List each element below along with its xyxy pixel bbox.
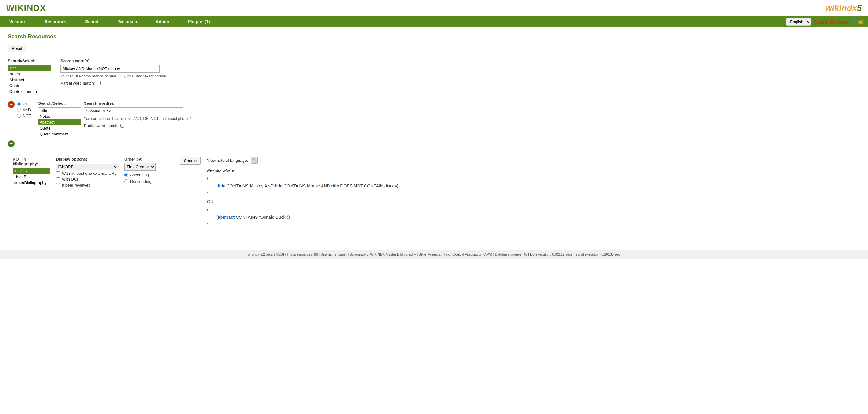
- boolean-and-label: AND: [23, 108, 31, 112]
- not-bib-listbox[interactable]: IGNORE User Bib superBibliography: [13, 168, 50, 193]
- partial-match-checkbox-2[interactable]: [120, 124, 124, 128]
- remove-search-row-button[interactable]: −: [8, 101, 14, 108]
- boolean-and-radio[interactable]: [17, 108, 21, 112]
- search-words-col-1: Search word(s): You can use combinations…: [60, 59, 860, 86]
- natural-language-header: View natural language: 🔍: [207, 157, 855, 164]
- display-url-label: With at least one external URL: [62, 171, 117, 176]
- help-icon[interactable]: ?: [852, 19, 855, 25]
- add-search-row-button[interactable]: +: [8, 140, 14, 147]
- footer-wikindx-link[interactable]: wikindx: [248, 253, 259, 256]
- nav-item-search[interactable]: Search: [76, 16, 109, 27]
- nl-results-where: Results where: [207, 167, 855, 174]
- logo5-green: 5: [857, 3, 862, 13]
- order-descending-radio[interactable]: [124, 179, 128, 183]
- field-listbox-2[interactable]: Title Notes Abstract Quote Quote comment: [38, 107, 82, 137]
- wikindx5-logo: wikindx5: [825, 3, 862, 13]
- nl-open-paren-2: (: [207, 206, 855, 213]
- partial-match-checkbox-1[interactable]: [97, 81, 101, 85]
- display-url-checkbox[interactable]: [56, 171, 60, 175]
- search-input-2[interactable]: [84, 107, 183, 115]
- boolean-not-radio[interactable]: [17, 114, 21, 118]
- nl-close-paren-1: ): [207, 190, 855, 198]
- order-descending-option: Descending: [124, 179, 174, 184]
- nav-item-admin[interactable]: Admin: [147, 16, 179, 27]
- main-content: Search Resources Reset Search/Select: Ti…: [0, 27, 868, 240]
- partial-match-label-1: Partial word match:: [60, 81, 95, 86]
- order-by-col: Order by: First Creator Title Year Publi…: [124, 157, 174, 184]
- boolean-not-label: NOT: [23, 113, 31, 118]
- search-select-col-1: Search/Select: Title Notes Abstract Quot…: [8, 59, 51, 95]
- search-select-label-2: Search/Select:: [38, 101, 82, 106]
- partial-match-1: Partial word match:: [60, 81, 860, 86]
- search-words-label-1: Search word(s):: [60, 59, 860, 63]
- boolean-or-option: OR: [17, 101, 36, 106]
- footer: wikindx 5.2.beta 1 ©2017 | Total resourc…: [0, 250, 868, 259]
- magnifier-icon[interactable]: 🔍: [251, 157, 258, 164]
- display-option-url: With at least one external URL: [56, 171, 118, 176]
- header-right: wikindx5: [825, 3, 862, 13]
- display-doi-checkbox[interactable]: [56, 177, 60, 181]
- nav-right: English Sound Explorer ? ▣: [786, 18, 868, 26]
- order-select-container: First Creator Title Year Publisher: [124, 163, 174, 171]
- nav-item-wikindx[interactable]: Wikindx: [0, 16, 35, 27]
- logo5-orange: wikindx: [825, 3, 857, 13]
- nl-open-paren-1: (: [207, 174, 855, 182]
- header: WIKINDX wikindx5: [0, 0, 868, 16]
- view-natural-lang-label: View natural language:: [207, 158, 248, 163]
- search-input-1[interactable]: [60, 65, 159, 72]
- app-logo: WIKINDX: [6, 3, 46, 13]
- display-option-peer: If peer reviewed: [56, 183, 118, 187]
- boolean-col: OR AND NOT: [17, 101, 36, 118]
- sound-explorer-link[interactable]: Sound Explorer: [814, 19, 849, 25]
- search-hint-1: You can use combinations of: AND, OR, NO…: [60, 74, 860, 79]
- partial-match-label-2: Partial word match:: [84, 123, 118, 128]
- not-bib-label: NOT in bibliography:: [13, 157, 50, 166]
- display-options-col: Display options: IGNORE With at least on…: [56, 157, 118, 187]
- order-descending-label: Descending: [130, 179, 152, 184]
- display-option-doi: With DOI: [56, 177, 118, 182]
- nl-or: OR: [207, 198, 855, 206]
- order-by-label: Order by:: [124, 157, 174, 161]
- display-peer-label: If peer reviewed: [62, 183, 91, 187]
- search-btn-wrapper: Search: [180, 157, 201, 165]
- search-button[interactable]: Search: [180, 157, 201, 165]
- search-hint-2: You can use combinations of: AND, OR, NO…: [84, 117, 192, 121]
- main-nav: Wikindx Resources Search Metadata Admin …: [0, 16, 868, 27]
- boolean-not-option: NOT: [17, 113, 36, 118]
- order-ascending-radio[interactable]: [124, 173, 128, 177]
- nav-item-plugins[interactable]: Plugins (1): [179, 16, 219, 27]
- search-row-2-wrapper: − OR AND NOT Search/Select: Title Notes …: [8, 101, 860, 137]
- bottom-section: NOT in bibliography: IGNORE User Bib sup…: [8, 152, 860, 234]
- search-select-col-2: Search/Select: Title Notes Abstract Quot…: [38, 101, 82, 137]
- nav-item-metadata[interactable]: Metadata: [109, 16, 147, 27]
- natural-language-content: Results where ( (title CONTAINS Mickey A…: [207, 167, 855, 229]
- reset-button[interactable]: Reset: [8, 45, 26, 52]
- nl-line-1: (title CONTAINS Mickey AND title CONTAIN…: [207, 182, 855, 190]
- footer-text: wikindx 5.2.beta 1 ©2017 | Total resourc…: [248, 253, 620, 256]
- nl-close-paren-2: ): [207, 221, 855, 229]
- boolean-and-option: AND: [17, 108, 36, 112]
- boolean-or-radio[interactable]: [17, 102, 21, 106]
- search-words-label-2: Search word(s):: [84, 101, 192, 106]
- display-ignore-select[interactable]: IGNORE: [56, 164, 118, 170]
- boolean-or-label: OR: [23, 101, 29, 106]
- order-select[interactable]: First Creator Title Year Publisher: [124, 163, 156, 171]
- search-words-col-2: Search word(s): You can use combinations…: [84, 101, 192, 128]
- order-ascending-option: Ascending: [124, 173, 174, 177]
- display-peer-checkbox[interactable]: [56, 183, 60, 187]
- language-select[interactable]: English: [786, 18, 811, 26]
- nav-item-resources[interactable]: Resources: [35, 16, 76, 27]
- natural-language-col: View natural language: 🔍 Results where (…: [207, 157, 855, 229]
- rss-icon[interactable]: ▣: [858, 18, 863, 25]
- order-ascending-label: Ascending: [130, 173, 149, 177]
- partial-match-2: Partial word match:: [84, 123, 192, 128]
- search-select-label-1: Search/Select:: [8, 59, 51, 63]
- page-title: Search Resources: [8, 33, 860, 40]
- display-doi-label: With DOI: [62, 177, 79, 182]
- nl-line-2: (abstract CONTAINS "Donald Duck")): [207, 213, 855, 221]
- search-row-1: Search/Select: Title Notes Abstract Quot…: [8, 59, 860, 95]
- not-in-bibliography-col: NOT in bibliography: IGNORE User Bib sup…: [13, 157, 50, 193]
- add-search-row-wrapper: +: [8, 140, 860, 147]
- field-listbox-1[interactable]: Title Notes Abstract Quote Quote comment: [8, 65, 51, 95]
- display-options-label: Display options:: [56, 157, 118, 161]
